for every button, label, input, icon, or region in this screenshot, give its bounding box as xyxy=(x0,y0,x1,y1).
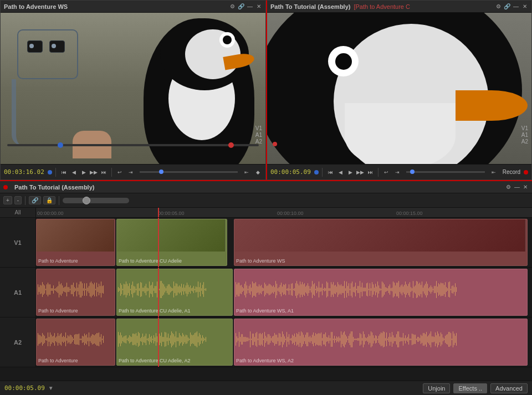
timeline-close-icon[interactable]: ✕ xyxy=(522,184,529,191)
right-play-btn[interactable]: ▶ xyxy=(346,168,355,177)
link-btn[interactable]: 🔒 xyxy=(43,196,55,204)
left-progress-bar[interactable] xyxy=(140,171,238,173)
left-scrubber-bar[interactable] xyxy=(7,144,259,146)
left-label-a1: A1 xyxy=(255,132,262,138)
left-viewer-settings-icon[interactable]: ⚙ xyxy=(229,3,236,10)
zoom-slider[interactable] xyxy=(63,198,129,203)
go-start-btn[interactable]: ⏮ xyxy=(59,168,68,177)
right-transport: ⏮ ◀ ▶ ▶▶ ⏭ xyxy=(326,168,375,177)
left-timecode-indicator[interactable] xyxy=(48,170,52,175)
left-viewer-track-labels: V1 A1 A2 xyxy=(255,125,262,145)
right-viewer-titlebar: Path To Tutorial (Assembly) [Path to Adv… xyxy=(267,1,531,13)
right-viewer-canvas: V1 A1 A2 xyxy=(267,13,531,164)
left-viewer-close-icon[interactable]: ✕ xyxy=(255,3,262,10)
tracks-container: V1 Path to Adventure Path to Adventure C… xyxy=(0,218,532,381)
a2-clip-2-waveform xyxy=(117,322,232,357)
track-a1-content[interactable]: Path to Adventure Path to Adventure CU A… xyxy=(36,268,532,317)
right-out-btn[interactable]: ⇤ xyxy=(489,168,498,177)
left-viewer-title: Path to Adventure WS xyxy=(4,3,68,10)
bottom-arrow[interactable]: ▼ xyxy=(48,385,54,391)
right-viewer-pin-icon[interactable]: 🔗 xyxy=(504,3,510,10)
a1-clip-2-waveform xyxy=(117,272,232,307)
a2-clip-2[interactable]: Path to Adventure CU Adelie, A2 xyxy=(116,319,233,366)
right-divider1 xyxy=(322,168,323,177)
timeline-ruler: All 00:00:00.00 00:00:05.00 00:00:10.00 … xyxy=(0,208,532,218)
timeline-title: Path To Tutorial (Assembly) xyxy=(14,184,501,191)
track-v1-label: V1 xyxy=(0,218,36,267)
v1-clip-3[interactable]: Path to Adventure WS xyxy=(234,219,528,266)
a2-clip-1[interactable]: Path to Adventure xyxy=(36,319,115,366)
left-viewer-minimize-icon[interactable]: — xyxy=(247,3,253,10)
right-viewer-close-icon[interactable]: ✕ xyxy=(521,3,528,10)
timeline-settings-icon[interactable]: ⚙ xyxy=(505,184,512,191)
left-viewer-pin-icon[interactable]: 🔗 xyxy=(238,3,244,10)
timeline-titlebar: Path To Tutorial (Assembly) ⚙ — ✕ xyxy=(0,181,532,193)
v1-playhead xyxy=(158,218,159,267)
add-track-btn[interactable]: + xyxy=(3,196,12,204)
bottom-timecode: 00:00:05.09 xyxy=(4,384,45,392)
out-btn[interactable]: ⇤ xyxy=(242,168,251,177)
play-btn[interactable]: ▶ xyxy=(79,168,88,177)
right-viewer-controls: 00:00:05.09 ⏮ ◀ ▶ ▶▶ ⏭ ↩ ⇥ ⇤ Record xyxy=(267,164,531,179)
marker-btn[interactable]: ◆ xyxy=(253,168,262,177)
snap-btn[interactable]: 🔗 xyxy=(29,196,41,204)
a2-clip-3-waveform xyxy=(234,322,527,357)
remove-track-btn[interactable]: - xyxy=(14,196,22,204)
right-step-fwd-btn[interactable]: ▶▶ xyxy=(356,168,365,177)
effects-btn[interactable]: Effects .. xyxy=(453,383,487,393)
right-label-a1: A1 xyxy=(521,132,528,138)
right-go-end-btn[interactable]: ⏭ xyxy=(366,168,375,177)
loop-btn[interactable]: ↩ xyxy=(115,168,124,177)
time-mark-10: 00:00:10.00 xyxy=(277,211,304,216)
a2-clip-1-label: Path to Adventure xyxy=(38,358,115,363)
right-timecode-indicator[interactable] xyxy=(314,170,319,175)
toolbar-sep1 xyxy=(25,196,25,205)
track-a1-label: A1 xyxy=(0,268,36,317)
right-viewer-title-group: Path To Tutorial (Assembly) [Path to Adv… xyxy=(270,3,410,10)
right-viewer-settings-icon[interactable]: ⚙ xyxy=(495,3,502,10)
timeline-minimize-icon[interactable]: — xyxy=(514,184,520,191)
right-progress-bar[interactable] xyxy=(406,171,485,173)
left-scene xyxy=(1,13,265,164)
a2-clip-3-label: Path to Adventure WS, A2 xyxy=(236,358,527,363)
timeline-red-dot xyxy=(3,185,8,189)
a1-clip-3[interactable]: Path to Adventure WS, A1 xyxy=(234,269,528,316)
v1-clip-2[interactable]: Path to Adventure CU Adelie xyxy=(116,219,227,266)
record-label: Record xyxy=(503,169,520,175)
advanced-btn[interactable]: Advanced xyxy=(490,383,528,393)
a2-clip-2-label: Path to Adventure CU Adelie, A2 xyxy=(119,358,232,363)
step-fwd-btn[interactable]: ▶▶ xyxy=(89,168,98,177)
go-end-btn[interactable]: ⏭ xyxy=(99,168,108,177)
right-viewer-title: Path To Tutorial (Assembly) xyxy=(270,3,350,10)
right-step-back-btn[interactable]: ◀ xyxy=(336,168,345,177)
time-ruler[interactable]: 00:00:00.00 00:00:05.00 00:00:10.00 00:0… xyxy=(36,208,532,217)
track-a2-label: A2 xyxy=(0,317,36,367)
step-back-btn[interactable]: ◀ xyxy=(69,168,78,177)
left-timecode: 00:03:16.02 xyxy=(4,168,45,176)
a1-clip-2-label: Path to Adventure CU Adelie, A1 xyxy=(119,308,232,314)
a2-clip-3[interactable]: Path to Adventure WS, A2 xyxy=(234,319,528,366)
divider2 xyxy=(111,168,112,177)
track-v1-content[interactable]: Path to Adventure Path to Adventure CU A… xyxy=(36,218,532,267)
ruler-all-label: All xyxy=(14,209,21,216)
a1-clip-2[interactable]: Path to Adventure CU Adelie, A1 xyxy=(116,269,233,316)
a1-clip-1[interactable]: Path to Adventure xyxy=(36,269,115,316)
left-label-v1: V1 xyxy=(255,125,262,131)
a1-clip-1-waveform xyxy=(37,272,115,307)
unjoin-btn[interactable]: Unjoin xyxy=(423,383,450,393)
time-mark-0: 00:00:00.00 xyxy=(37,211,64,216)
v1-clip-1[interactable]: Path to Adventure xyxy=(36,219,115,266)
right-label-a2: A2 xyxy=(521,138,528,145)
right-viewer-minimize-icon[interactable]: — xyxy=(513,3,519,10)
track-a2-content[interactable]: Path to Adventure Path to Adventure CU A… xyxy=(36,317,532,367)
right-loop-btn[interactable]: ↩ xyxy=(382,168,391,177)
track-v1-row: V1 Path to Adventure Path to Adventure C… xyxy=(0,218,532,268)
record-dot xyxy=(524,170,528,175)
in-btn[interactable]: ⇥ xyxy=(126,168,135,177)
a1-clip-1-label: Path to Adventure xyxy=(38,308,115,314)
right-current-pos xyxy=(273,142,277,146)
right-go-start-btn[interactable]: ⏮ xyxy=(326,168,335,177)
right-in-btn[interactable]: ⇥ xyxy=(393,168,402,177)
left-out-point xyxy=(228,142,234,148)
left-transport: ⏮ ◀ ▶ ▶▶ ⏭ xyxy=(59,168,108,177)
